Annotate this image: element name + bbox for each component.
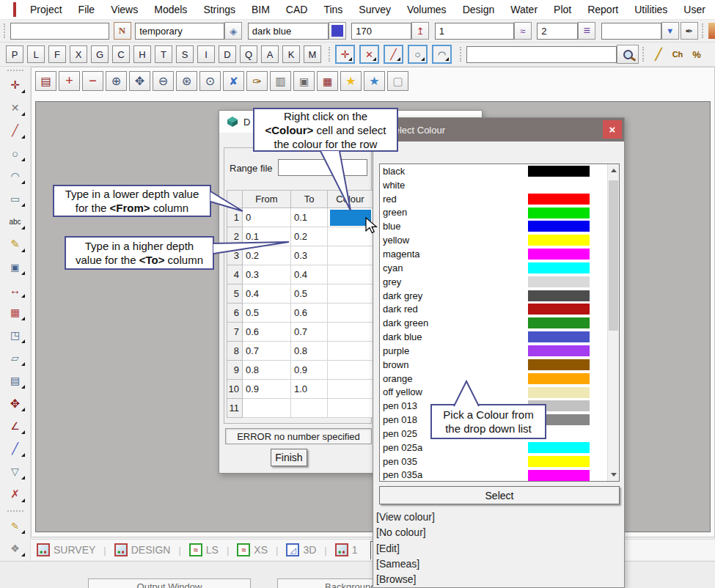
find-input[interactable]: [466, 46, 617, 63]
row-number[interactable]: 4: [227, 265, 243, 284]
colour-option[interactable]: dark blue: [380, 330, 606, 344]
colour-cell[interactable]: [328, 323, 373, 342]
line-style-input[interactable]: [537, 23, 578, 40]
colour-header[interactable]: Colour: [328, 190, 373, 208]
model-input[interactable]: [135, 23, 224, 40]
to-cell[interactable]: 0.8: [291, 342, 328, 361]
finish-button[interactable]: Finish: [271, 449, 307, 466]
copy-view-icon[interactable]: ▣: [293, 71, 315, 91]
snap-letter-button[interactable]: G: [91, 45, 109, 63]
row-number[interactable]: 5: [227, 284, 243, 304]
colour-option[interactable]: pen 035: [380, 455, 606, 468]
menu-item[interactable]: BIM: [243, 4, 278, 15]
to-header[interactable]: To: [291, 190, 328, 208]
toolbar-grip[interactable]: [7, 510, 23, 513]
snap-letter-button[interactable]: S: [176, 45, 194, 63]
menu-item[interactable]: Plot: [546, 4, 579, 15]
scrollbar[interactable]: [607, 164, 619, 481]
menu-item[interactable]: CAD: [278, 4, 316, 15]
menu-item[interactable]: Views: [103, 4, 146, 15]
context-menu-item[interactable]: [Edit]: [376, 541, 435, 556]
snap-cross-icon[interactable]: ✕: [359, 45, 379, 64]
colour-option[interactable]: dark red: [380, 302, 606, 316]
snap-letter-button[interactable]: X: [70, 45, 87, 63]
menu-item[interactable]: Design: [455, 4, 503, 15]
create-circle-icon[interactable]: ○: [4, 144, 26, 163]
to-cell[interactable]: 0.7: [291, 323, 328, 342]
view-tab[interactable]: DESIGN: [111, 542, 174, 558]
view-tab[interactable]: ≈ LS: [186, 542, 221, 558]
view-tab[interactable]: ◿ 3D: [283, 542, 319, 558]
colour-cell[interactable]: [328, 265, 373, 284]
colour-cell[interactable]: [328, 399, 373, 418]
range-file-input[interactable]: [278, 159, 367, 176]
snap-letter-button[interactable]: K: [282, 45, 300, 63]
edit-small-pencil-icon[interactable]: ✎: [4, 516, 26, 535]
colour-input[interactable]: [248, 23, 329, 40]
toolbar-grip[interactable]: [642, 47, 645, 62]
context-menu-item[interactable]: [Browse]: [376, 572, 435, 587]
snap-letter-button[interactable]: C: [112, 45, 130, 63]
chainage-icon[interactable]: Ch: [668, 45, 687, 64]
row-number[interactable]: 11: [227, 399, 243, 418]
row-number[interactable]: 6: [227, 304, 243, 323]
snap-circle-icon[interactable]: ○: [408, 45, 428, 64]
row-number[interactable]: 9: [227, 361, 243, 380]
redraw-icon[interactable]: ✘: [223, 71, 244, 91]
colour-cell[interactable]: [328, 342, 373, 361]
menu-item[interactable]: Survey: [351, 4, 399, 15]
toolbar-grip[interactable]: [7, 70, 23, 73]
to-cell[interactable]: 0.9: [291, 361, 328, 380]
colour-option[interactable]: black: [380, 164, 606, 178]
colour-cell[interactable]: [328, 380, 373, 399]
snap-letter-button[interactable]: M: [304, 45, 321, 63]
line-style-icon[interactable]: ≡: [578, 22, 595, 40]
to-cell[interactable]: 1.0: [291, 380, 328, 399]
from-cell[interactable]: 0.1: [243, 227, 291, 246]
zoom-out-icon[interactable]: −: [82, 71, 103, 91]
colour-option[interactable]: pen 025a: [380, 441, 606, 455]
output-window-button[interactable]: Output Window: [88, 578, 251, 588]
dropdown-icon[interactable]: ▼: [661, 22, 679, 40]
close-icon[interactable]: ×: [603, 120, 622, 139]
tin-input[interactable]: [601, 23, 661, 40]
row-number[interactable]: 1: [227, 208, 243, 227]
to-cell[interactable]: 0.2: [291, 227, 328, 246]
zoom-dynamic-icon[interactable]: ⊖: [153, 71, 174, 91]
context-menu-item[interactable]: [View colour]: [376, 510, 435, 525]
scroll-thumb[interactable]: [609, 180, 618, 331]
scroll-down-icon[interactable]: [611, 473, 617, 477]
snap-point-icon[interactable]: ✛: [335, 45, 355, 64]
colour-option[interactable]: blue: [380, 219, 606, 233]
menu-item[interactable]: File: [70, 4, 103, 15]
snap-letter-button[interactable]: Q: [240, 45, 257, 63]
snap-letter-button[interactable]: P: [6, 45, 23, 63]
view-tab[interactable]: SURVEY: [34, 542, 98, 558]
colour-option[interactable]: magenta: [380, 247, 606, 261]
from-cell[interactable]: 0.4: [243, 284, 291, 304]
row-number[interactable]: 10: [227, 380, 243, 399]
zoom-extents-icon[interactable]: ⊛: [176, 71, 197, 91]
move-icon[interactable]: ✥: [4, 394, 26, 413]
colour-cell[interactable]: [328, 284, 373, 304]
pan-icon[interactable]: ✥: [129, 71, 150, 91]
window-layout-icon[interactable]: ▢: [387, 71, 408, 91]
colour-cell[interactable]: [328, 361, 373, 380]
from-cell[interactable]: 0.3: [243, 265, 291, 284]
colour-option[interactable]: white: [380, 178, 606, 192]
snap-letter-button[interactable]: A: [261, 45, 279, 63]
snap-letter-button[interactable]: T: [155, 45, 172, 63]
views-menu-icon[interactable]: ▤: [35, 71, 56, 91]
eyedropper-icon[interactable]: ✒: [681, 22, 698, 40]
create-rectangle-icon[interactable]: ▭: [4, 189, 26, 208]
menu-item[interactable]: Water: [502, 4, 546, 15]
row-number[interactable]: 2: [227, 227, 243, 246]
colour-option[interactable]: purple: [380, 344, 606, 358]
snap-line-icon[interactable]: ╱: [384, 45, 403, 64]
menu-item[interactable]: Project: [22, 4, 70, 15]
create-arc-icon[interactable]: ◠: [4, 166, 26, 185]
menu-item[interactable]: User: [675, 4, 714, 15]
layers-icon[interactable]: ◈: [224, 22, 242, 40]
colour-option[interactable]: orange: [380, 372, 606, 386]
from-cell[interactable]: 0.5: [243, 304, 291, 323]
